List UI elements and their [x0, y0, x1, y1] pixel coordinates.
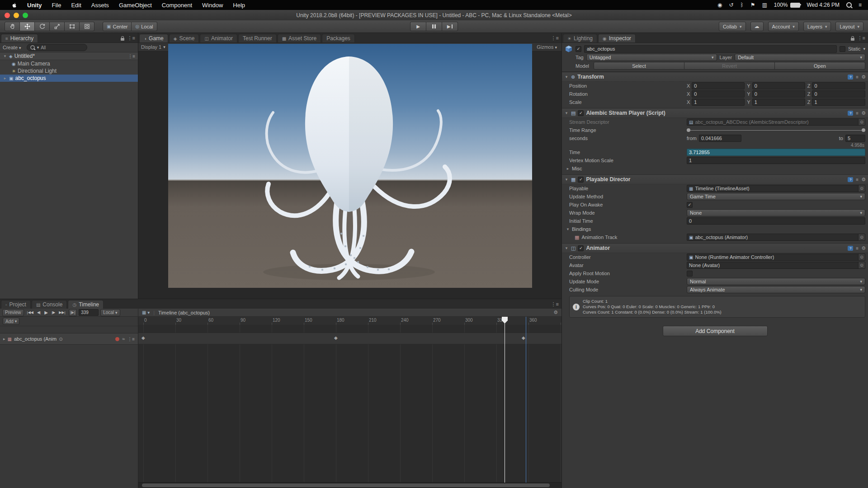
initial-time-field[interactable]: 0 [687, 217, 865, 225]
object-picker-icon[interactable]: ⊙ [858, 185, 865, 192]
layout-dropdown[interactable]: Layout▾ [835, 22, 863, 31]
help-icon[interactable]: ? [848, 111, 853, 116]
record-icon[interactable] [115, 337, 119, 341]
display-icon[interactable]: ▥ [762, 2, 767, 8]
go-to-end-button[interactable]: ▶▶| [57, 310, 66, 315]
foldout-icon[interactable]: ▾ [3, 54, 7, 58]
scene-row[interactable]: ▾ ◈ Untitled* ⋮≡ [0, 52, 138, 60]
gear-icon[interactable]: ⚙ [861, 110, 866, 116]
create-dropdown[interactable]: Create ▾ [3, 45, 21, 50]
input-source-icon[interactable]: ⚑ [750, 2, 755, 8]
play-button[interactable]: ▶ [410, 22, 426, 31]
to-field[interactable]: 5 [845, 135, 865, 142]
do-not-disturb-icon[interactable]: ◉ [717, 2, 722, 8]
add-track-button[interactable]: Add▾ [3, 318, 19, 325]
layer-dropdown[interactable]: Default▾ [735, 54, 865, 61]
tab-inspector[interactable]: ◉Inspector [598, 34, 636, 42]
rotation-y-field[interactable]: 0 [752, 90, 805, 98]
preset-icon[interactable]: ≡ [856, 75, 859, 80]
slider-max-handle[interactable] [862, 128, 865, 132]
static-checkbox[interactable] [840, 46, 845, 52]
menu-help[interactable]: Help [228, 2, 250, 9]
update-method-dropdown[interactable]: Game Time▾ [687, 193, 865, 200]
tab-timeline[interactable]: ◷Timeline [68, 300, 104, 309]
object-picker-icon[interactable]: ⊙ [858, 234, 865, 240]
preview-toggle-button[interactable]: Preview [2, 309, 24, 316]
close-window-button[interactable] [5, 13, 10, 18]
controller-field[interactable]: ▣ None (Runtime Animator Controller) ⊙ [687, 253, 865, 261]
lock-icon[interactable] [851, 38, 854, 41]
hierarchy-item-directional-light[interactable]: ☀ Directional Light [0, 67, 138, 75]
rotation-x-field[interactable]: 0 [692, 90, 745, 98]
scene-menu-icon[interactable]: ⋮≡ [128, 54, 138, 59]
move-tool-button[interactable] [20, 22, 35, 31]
spotlight-icon[interactable] [846, 2, 852, 8]
menubar-clock[interactable]: Wed 4:26 PM [807, 2, 840, 8]
help-icon[interactable]: ? [848, 177, 853, 182]
component-enabled-checkbox[interactable] [578, 245, 584, 251]
hierarchy-search-input[interactable]: ▾ All [27, 44, 87, 51]
timeline-ruler[interactable]: 0 30 60 90 120 150 180 210 240 270 300 3… [138, 317, 561, 325]
panel-menu-icon[interactable]: ⋮≡ [858, 35, 865, 41]
gizmos-dropdown[interactable]: Gizmos ▾ [535, 44, 559, 50]
menu-gameobject[interactable]: GameObject [114, 2, 157, 9]
hierarchy-item-main-camera[interactable]: ◉ Main Camera [0, 60, 138, 67]
timeline-asset-icon[interactable]: ▦ ▾ [142, 310, 150, 315]
preset-icon[interactable]: ≡ [856, 246, 859, 251]
vertex-motion-scale-field[interactable]: 1 [687, 157, 865, 164]
keyframe-icon[interactable]: ◆ [334, 335, 338, 340]
animation-track-field[interactable]: ▣ abc_octopus (Animator) ⊙ [687, 234, 865, 241]
time-machine-icon[interactable]: ↺ [729, 2, 733, 8]
wrap-mode-dropdown[interactable]: None▾ [687, 209, 865, 216]
tab-console[interactable]: ▤Console [32, 300, 67, 309]
playable-field[interactable]: ▦ Timeline (TimelineAsset) ⊙ [687, 185, 865, 192]
preset-icon[interactable]: ≡ [856, 177, 859, 182]
position-z-field[interactable]: 0 [812, 82, 865, 89]
help-icon[interactable]: ? [848, 75, 853, 80]
component-enabled-checkbox[interactable] [578, 177, 584, 183]
preset-icon[interactable]: ≡ [856, 111, 859, 116]
tab-test-runner[interactable]: Test Runner [238, 34, 277, 42]
animation-track-header[interactable]: ▸ ▦ abc_octopus (Anim ⊙ ≈ ⋮≡ [0, 333, 138, 345]
panel-menu-icon[interactable]: ⋮≡ [551, 35, 559, 41]
model-open-button[interactable]: Open [775, 62, 865, 70]
gear-icon[interactable]: ⚙ [861, 245, 866, 251]
position-x-field[interactable]: 0 [692, 82, 745, 89]
tab-game[interactable]: ◑Game [139, 34, 168, 42]
rotate-tool-button[interactable] [35, 22, 50, 31]
timeline-clip-area[interactable]: 0 30 60 90 120 150 180 210 240 270 300 3… [138, 317, 561, 488]
scale-z-field[interactable]: 1 [812, 99, 865, 106]
collab-dropdown[interactable]: Collab▾ [719, 22, 746, 31]
track-menu-icon[interactable]: ⋮≡ [127, 337, 135, 342]
play-range-button[interactable]: [▶] [69, 309, 77, 316]
foldout-icon[interactable]: ▾ [564, 75, 569, 79]
curves-toggle-icon[interactable]: ≈ [122, 336, 125, 342]
object-picker-icon[interactable]: ⊙ [858, 262, 865, 268]
time-field[interactable]: 3.712855 [687, 149, 865, 156]
animation-track-lane[interactable]: ◆ ◆ ◆ [138, 333, 561, 344]
tab-animator[interactable]: ◫Animator [200, 34, 237, 42]
zoom-window-button[interactable] [23, 13, 28, 18]
keyframe-icon[interactable]: ◆ [142, 335, 145, 340]
avatar-field[interactable]: None (Avatar) ⊙ [687, 262, 865, 269]
menu-assets[interactable]: Assets [86, 2, 114, 9]
transform-tool-button[interactable] [80, 22, 94, 31]
static-dropdown-arrow-icon[interactable]: ▾ [863, 47, 865, 51]
object-picker-icon[interactable]: ⊙ [858, 254, 865, 260]
name-field[interactable]: abc_octopus [584, 45, 837, 53]
update-mode-dropdown[interactable]: Normal▾ [687, 278, 865, 285]
pivot-local-button[interactable]: ◎ Local [132, 22, 157, 31]
scrollbar-thumb[interactable] [142, 483, 550, 487]
cloud-button[interactable]: ☁ [750, 22, 764, 31]
lock-icon[interactable] [121, 38, 124, 41]
rect-tool-button[interactable] [65, 22, 80, 31]
apply-root-motion-checkbox[interactable] [687, 271, 693, 277]
component-enabled-checkbox[interactable] [578, 110, 584, 116]
tab-scene[interactable]: ◈Scene [169, 34, 199, 42]
next-frame-button[interactable]: |▶ [50, 310, 57, 315]
step-button[interactable]: ▶ [442, 22, 458, 31]
misc-foldout[interactable]: ▸ Misc [562, 164, 868, 173]
go-to-start-button[interactable]: |◀◀ [26, 310, 35, 315]
object-picker-icon[interactable]: ⊙ [858, 119, 865, 125]
timeline-horizontal-scrollbar[interactable] [138, 482, 561, 488]
